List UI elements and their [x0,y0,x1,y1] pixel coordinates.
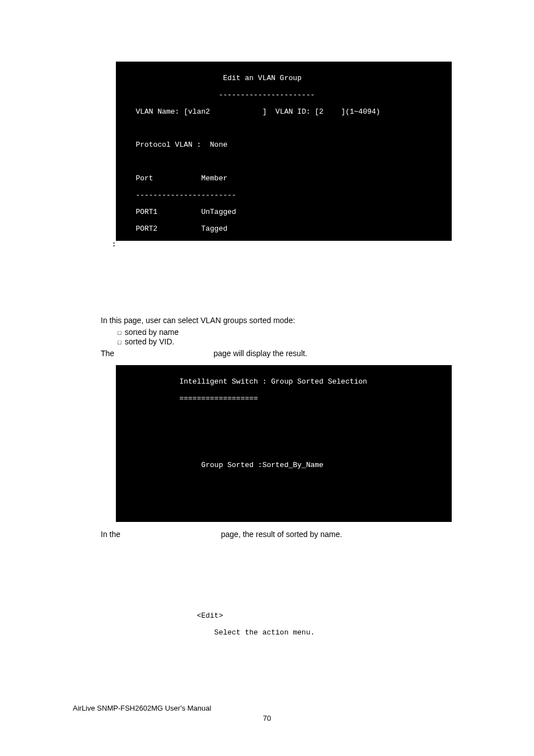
term1-blank1 [123,125,445,133]
member-field[interactable]: No [201,291,210,300]
member-field[interactable]: UnTagged [201,208,236,216]
footer-page-number: 70 [0,714,534,722]
term2-help: Arrow/TAB/BKSPC = Move Item Quit = Previ… [123,646,445,654]
member-field[interactable]: Tagged [201,225,227,233]
edit-button[interactable]: <Edit> [197,612,223,620]
page-footer: AirLive SNMP-FSH2602MG User's Manual 70 [0,704,534,722]
table-row: PORT6 No [123,292,445,300]
table-row: PORT5 No [123,275,445,283]
member-field[interactable]: No [201,274,210,283]
member-field[interactable]: No [201,308,210,316]
table-row: PORT7 No [123,309,445,317]
member-field[interactable]: No [201,258,210,267]
term1-blank2 [123,158,445,166]
term1-blank3 [123,342,445,351]
term1-vlan-name-id: VLAN Name: [vlan2 ] VLAN ID: [2 ](1~4094… [123,108,445,116]
table-row: PORT8 No [123,325,445,334]
group-sorted-field[interactable]: Sorted_By_Name [263,461,324,469]
term2-hint: Select the action menu. [123,629,445,637]
terminal-group-sorted-selection: Intelligent Switch : Group Sorted Select… [116,365,452,522]
term2-actions-rule: ----------------------------------------… [123,595,445,604]
vlan-id-range: (1~4094) [345,108,380,116]
table-row: PORT4 No [123,259,445,267]
term1-protocol: Protocol VLAN : None [123,141,445,150]
term1-title: Edit an VLAN Group [223,74,301,82]
save-button[interactable]: <Save> [280,612,306,620]
member-field[interactable]: UnTagged [201,241,236,250]
protocol-vlan-field[interactable]: None [210,141,227,149]
terminal-edit-vlan-group: Edit an VLAN Group ---------------------… [116,62,452,241]
quit-button[interactable]: <Quit> [363,612,389,620]
term2-title-line: Intelligent Switch : Group Sorted Select… [123,378,445,386]
table-row: PORT2 Tagged [123,225,445,234]
table-row: PORT3 UnTagged [123,242,445,250]
footer-manual: AirLive SNMP-FSH2602MG User's Manual [73,704,211,712]
term1-title-rule: ---------------------- [123,91,445,100]
member-field[interactable]: No [201,325,210,333]
term2-underline: ================== [123,395,445,403]
term1-table-rule: ----------------------- [123,192,445,200]
term2-actions-row: actions-> <Edit> <Save> <Quit> [123,612,445,620]
term1-table-header: Port Member [123,175,445,183]
vlan-name-input[interactable]: vlan2 [188,108,210,116]
table-row: PORT1 UnTagged [123,208,445,217]
term2-group-sorted-line: Group Sorted :Sorted_By_Name [123,461,445,470]
vlan-id-input[interactable]: 2 [319,108,324,116]
term1-title-line: Edit an VLAN Group [123,74,445,83]
